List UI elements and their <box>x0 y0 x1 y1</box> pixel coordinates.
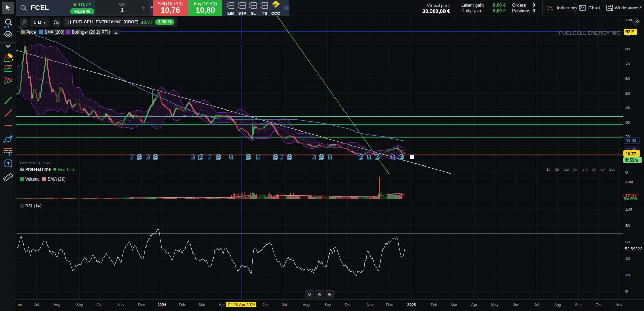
svg-text:OR: OR <box>273 3 277 6</box>
svg-text:20: 20 <box>625 273 630 277</box>
svg-text:May: May <box>491 303 499 307</box>
svg-text:i: i <box>412 155 413 159</box>
svg-text:Sep: Sep <box>324 303 331 307</box>
svg-text:Aug: Aug <box>53 303 60 307</box>
svg-text:10,77: 10,77 <box>625 151 636 156</box>
svg-text:80: 80 <box>625 224 630 228</box>
svg-text:80: 80 <box>625 47 630 51</box>
svg-text:Sep: Sep <box>575 303 582 307</box>
svg-text:Dec: Dec <box>138 303 145 307</box>
svg-text:un: un <box>18 303 22 307</box>
svg-text:Jul: Jul <box>534 303 539 307</box>
svg-text:Fri 26-Apr-2024: Fri 26-Apr-2024 <box>228 303 255 307</box>
svg-text:18,43: 18,43 <box>626 138 636 143</box>
svg-text:100: 100 <box>625 207 632 211</box>
svg-text:40: 40 <box>625 106 630 110</box>
svg-text:30: 30 <box>625 120 630 125</box>
svg-text:2025: 2025 <box>407 303 416 307</box>
svg-text:Nov: Nov <box>367 303 374 307</box>
svg-text:Feb: Feb <box>431 303 437 307</box>
svg-text:60: 60 <box>625 240 630 244</box>
svg-text:Oct: Oct <box>595 303 601 307</box>
svg-text:Sep: Sep <box>76 303 83 307</box>
svg-text:Jul: Jul <box>34 303 39 307</box>
svg-text:50: 50 <box>625 91 630 96</box>
svg-text:Aug: Aug <box>303 303 310 307</box>
svg-text:52,59323: 52,59323 <box>625 247 642 252</box>
svg-text:0: 0 <box>625 170 628 174</box>
svg-text:Mar: Mar <box>199 303 205 307</box>
svg-text:92,2: 92,2 <box>625 29 634 34</box>
svg-text:54.298: 54.298 <box>624 197 637 202</box>
svg-text:Nov: Nov <box>615 303 622 307</box>
svg-text:Aug: Aug <box>554 303 561 307</box>
svg-text:0: 0 <box>625 289 628 294</box>
svg-text:Mar: Mar <box>451 303 457 307</box>
svg-text:Jun: Jun <box>513 303 519 307</box>
svg-text:T: T <box>7 161 10 166</box>
svg-text:Jun: Jun <box>262 303 269 307</box>
svg-text:Oct: Oct <box>96 303 102 307</box>
svg-text:60: 60 <box>625 77 630 81</box>
svg-text:100: 100 <box>625 18 632 22</box>
svg-text:Apr: Apr <box>219 303 225 307</box>
svg-text:4h53m: 4h53m <box>625 158 638 163</box>
svg-text:F: F <box>9 152 12 156</box>
svg-text:+: + <box>580 5 581 7</box>
svg-text:Apr: Apr <box>471 303 477 307</box>
svg-text:10M: 10M <box>625 180 633 184</box>
svg-text:Dec: Dec <box>386 303 393 307</box>
svg-text:Jul: Jul <box>282 303 287 307</box>
svg-text:70: 70 <box>625 62 630 66</box>
svg-text:Feb: Feb <box>179 303 186 307</box>
svg-text:Nov: Nov <box>117 303 124 307</box>
svg-text:40: 40 <box>625 256 630 261</box>
svg-text:2024: 2024 <box>158 303 166 307</box>
svg-text:FUELCELL ENERGY INC.: FUELCELL ENERGY INC. <box>559 30 622 36</box>
svg-text:Oct: Oct <box>345 303 350 307</box>
